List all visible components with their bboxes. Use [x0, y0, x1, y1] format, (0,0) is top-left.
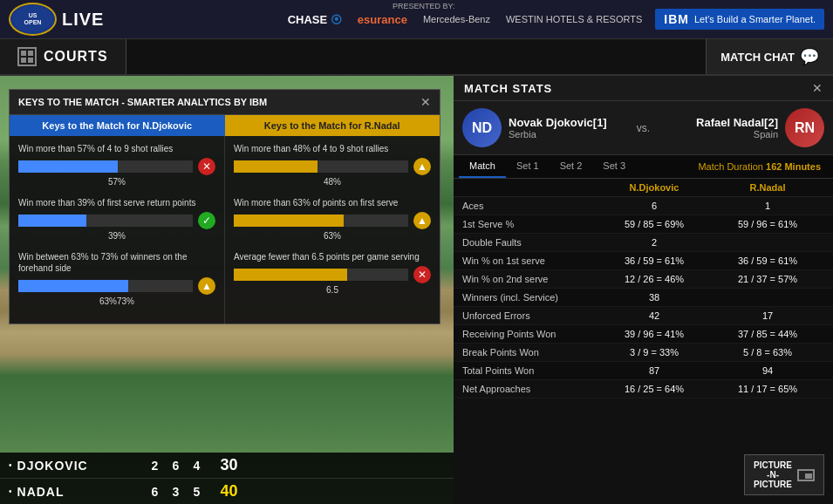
stats-close-button[interactable]: ✕	[812, 81, 823, 95]
courts-button[interactable]: COURTS	[0, 39, 126, 74]
stat-row: Break Points Won 3 / 9 = 33% 5 / 8 = 63%	[454, 344, 833, 362]
djokovic-player-info: ND Novak Djokovic[1] Serbia	[462, 108, 628, 147]
stat-val-djokovic: 16 / 25 = 64%	[597, 384, 711, 394]
stat-name: Net Approaches	[462, 384, 597, 394]
djokovic-avatar: ND	[462, 108, 502, 147]
keys-title: KEYS TO THE MATCH - SMARTER ANALYTICS BY…	[18, 97, 267, 107]
stat-name: Win % on 1st serve	[462, 255, 597, 266]
djokovic-key-2: Win more than 39% of first serve return …	[18, 197, 215, 241]
tab-set3[interactable]: Set 3	[592, 155, 636, 178]
djokovic-key-1-bar-container	[18, 160, 193, 173]
stat-val-nadal: 1	[711, 201, 824, 211]
keys-content: Win more than 57% of 4 to 9 shot rallies…	[10, 136, 440, 324]
stats-col-headers: N.Djokovic R.Nadal	[454, 179, 833, 197]
presented-by-label: PRESENTED BY:	[393, 2, 455, 10]
nadal-set-2: 3	[169, 485, 183, 499]
sponsor-esurance: esurance	[358, 13, 407, 26]
stat-val-djokovic: 87	[597, 365, 711, 376]
nadal-key-2-pct: 63%	[234, 231, 431, 241]
djokovic-key-1: Win more than 57% of 4 to 9 shot rallies…	[18, 143, 215, 187]
stat-val-nadal: 94	[711, 365, 824, 376]
stat-val-nadal: 17	[711, 310, 824, 321]
djokovic-name-block: Novak Djokovic[1] Serbia	[509, 116, 607, 140]
stat-row: Winners (incl. Service) 38	[454, 289, 833, 307]
header: USOPEN LIVE PRESENTED BY: CHASE ⦿ esuran…	[0, 0, 833, 39]
tab-match[interactable]: Match	[459, 155, 506, 178]
nadal-key-2-icon: ▲	[413, 212, 431, 229]
nadal-game-score: 40	[216, 482, 242, 501]
stat-val-djokovic: 12 / 26 = 46%	[597, 274, 711, 284]
tab-nadal[interactable]: Keys to the Match for R.Nadal	[225, 115, 440, 136]
nadal-key-1-bar	[234, 160, 317, 173]
stat-name: Total Points Won	[462, 365, 597, 376]
scoreboard: • DJOKOVIC 2 6 4 30 • NADAL 6 3 5 40	[0, 453, 454, 504]
tab-djokovic[interactable]: Keys to the Match for N.Djokovic	[10, 115, 225, 136]
nadal-key-2-bar	[234, 215, 344, 227]
right-panel: MATCH STATS ✕ ND Novak Djokovic[1] Serbi…	[454, 76, 833, 504]
tab-set1[interactable]: Set 1	[506, 155, 550, 178]
nadal-key-3-icon: ✕	[413, 266, 431, 283]
stat-name: Receiving Points Won	[462, 329, 597, 339]
nadal-key-3-pct: 6.5	[234, 285, 431, 295]
stat-val-djokovic: 2	[597, 237, 711, 248]
courts-label: COURTS	[44, 49, 108, 65]
match-chat-button[interactable]: MATCH CHAT 💬	[706, 39, 833, 74]
keys-close-button[interactable]: ✕	[420, 95, 431, 109]
nadal-avatar: RN	[785, 108, 824, 147]
keys-to-match-panel: KEYS TO THE MATCH - SMARTER ANALYTICS BY…	[9, 89, 440, 324]
nadal-set-1: 6	[148, 485, 162, 499]
djokovic-key-3-desc: Win between 63% to 73% of winners on the…	[18, 251, 215, 274]
stat-name: Win % on 2nd serve	[462, 274, 597, 284]
chat-icon: 💬	[800, 47, 819, 66]
djokovic-key-3-bar	[18, 280, 128, 292]
stat-row: Win % on 2nd serve 12 / 26 = 46% 21 / 37…	[454, 270, 833, 289]
stat-val-djokovic: 42	[597, 310, 711, 321]
stat-row: Receiving Points Won 39 / 96 = 41% 37 / …	[454, 325, 833, 344]
stats-rows-container: Aces 6 1 1st Serve % 59 / 85 = 69% 59 / …	[454, 197, 833, 398]
stat-row: 1st Serve % 59 / 85 = 69% 59 / 96 = 61%	[454, 215, 833, 234]
nadal-set-3: 5	[190, 485, 204, 499]
sponsor-westin: WESTIN HOTELS & RESORTS	[506, 14, 642, 24]
tab-set2[interactable]: Set 2	[550, 155, 593, 178]
courts-icon	[17, 47, 37, 66]
djokovic-country: Serbia	[509, 129, 607, 140]
djokovic-key-3: Win between 63% to 73% of winners on the…	[18, 251, 215, 306]
nadal-bullet: •	[9, 487, 12, 496]
djokovic-set-3: 4	[190, 459, 204, 473]
stat-val-nadal: 11 / 17 = 65%	[711, 384, 824, 394]
stat-row: Total Points Won 87 94	[454, 362, 833, 380]
djokovic-key-2-pct: 39%	[18, 231, 215, 241]
djokovic-key-1-pct: 57%	[18, 177, 215, 187]
stat-val-nadal: 21 / 37 = 57%	[711, 274, 824, 284]
djokovic-score-name: DJOKOVIC	[17, 459, 140, 473]
keys-header: KEYS TO THE MATCH - SMARTER ANALYTICS BY…	[10, 90, 440, 115]
stat-val-djokovic: 3 / 9 = 33%	[597, 347, 711, 358]
djokovic-key-2-desc: Win more than 39% of first serve return …	[18, 197, 215, 208]
nadal-key-1-icon: ▲	[413, 158, 431, 175]
nadal-key-3-desc: Average fewer than 6.5 points per game s…	[234, 251, 431, 262]
picture-in-picture-button[interactable]: PICTURE -N- PICTURE	[744, 454, 824, 495]
nadal-keys-col: Win more than 48% of 4 to 9 shot rallies…	[225, 136, 440, 324]
stat-val-djokovic: 38	[597, 292, 711, 303]
stat-val-djokovic: 6	[597, 201, 711, 211]
players-row: ND Novak Djokovic[1] Serbia vs. RN Rafae…	[454, 101, 833, 155]
match-chat-label: MATCH CHAT	[720, 51, 795, 64]
djokovic-key-1-bar	[18, 160, 118, 173]
djokovic-game-score: 30	[216, 456, 242, 474]
djokovic-set-2: 6	[169, 459, 183, 473]
djokovic-key-2-icon: ✓	[198, 212, 215, 229]
keys-tabs: Keys to the Match for N.Djokovic Keys to…	[10, 115, 440, 136]
sponsor-mercedes: Mercedes-Benz	[423, 14, 490, 24]
nadal-score-name: NADAL	[17, 485, 140, 499]
ibm-logo: IBM	[664, 12, 689, 26]
djokovic-key-2-bar-container	[18, 215, 193, 227]
sponsors-area: CHASE ⦿ esurance Mercedes-Benz WESTIN HO…	[288, 13, 643, 26]
nadal-key-3-bar-container	[234, 269, 408, 281]
ibm-tagline: Let's Build a Smarter Planet.	[694, 14, 816, 24]
stat-val-nadal: 59 / 96 = 61%	[711, 219, 824, 229]
nadal-player-info: RN Rafael Nadal[2] Spain	[659, 108, 824, 147]
djokovic-key-3-pct: 63%73%	[18, 296, 215, 306]
ibm-banner: IBM Let's Build a Smarter Planet.	[655, 9, 824, 30]
stat-row: Win % on 1st serve 36 / 59 = 61% 36 / 59…	[454, 252, 833, 270]
nadal-name-block: Rafael Nadal[2] Spain	[696, 116, 778, 140]
